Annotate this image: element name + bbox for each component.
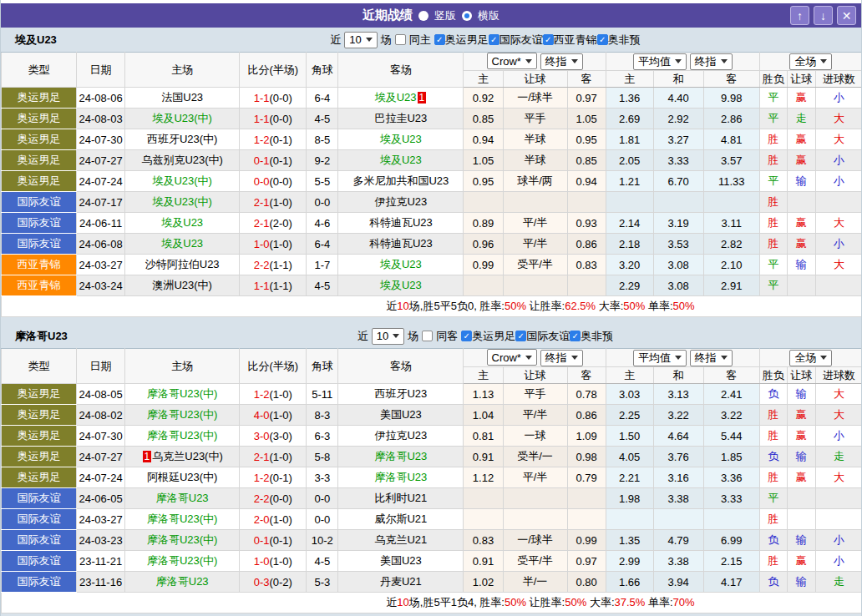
league-checkbox[interactable] xyxy=(597,34,608,45)
result-cell: 平 xyxy=(759,88,787,109)
table-row: 奥运男足24-08-06法国U231-1(0-0)6-4埃及U2310.92一/… xyxy=(2,88,862,109)
league-checkbox[interactable] xyxy=(461,331,472,341)
summary-line: 近10场,胜5平5负0, 胜率:50% 让胜率:62.5% 大率:50% 单率:… xyxy=(2,299,862,314)
asian-handicap-cell: 平/半 xyxy=(503,467,567,488)
scope-select[interactable]: 全场 xyxy=(789,350,832,366)
home-team-name: 法国U23 xyxy=(161,91,203,104)
odds-source-select[interactable]: Crow* xyxy=(487,349,537,366)
league-type-cell: 西亚青锦 xyxy=(2,255,77,275)
asian-away-odds-cell: 0.86 xyxy=(567,405,606,426)
section-gap xyxy=(1,317,861,324)
full-time-score: 1-2 xyxy=(254,134,270,146)
europe-home-odds-cell: 1.36 xyxy=(606,88,653,109)
asian-handicap-cell xyxy=(503,275,567,296)
summary-part: 场,胜5平5负0, 胜率: xyxy=(409,300,505,312)
full-time-score: 0-1 xyxy=(254,154,270,167)
away-team-cell: 多米尼加共和国U23 xyxy=(338,171,464,192)
home-team-cell: 埃及U23(中) xyxy=(125,109,240,129)
summary-part: 场,胜5平1负4, 胜率: xyxy=(409,596,505,608)
league-checkbox[interactable] xyxy=(570,331,581,341)
league-label: 国际友谊 xyxy=(499,33,543,48)
goals-result-cell xyxy=(815,488,862,509)
asian-home-odds-cell: 0.96 xyxy=(464,234,503,255)
goals-result-cell xyxy=(815,192,862,213)
result-cell: 负 xyxy=(759,530,787,551)
league-checkbox[interactable] xyxy=(515,331,526,341)
date-cell: 24-06-08 xyxy=(77,234,125,255)
close-button[interactable]: ✕ xyxy=(837,6,856,25)
corner-cell: 3-3 xyxy=(307,467,338,488)
same-venue-checkbox[interactable] xyxy=(422,331,433,341)
europe-source-select[interactable]: 平均值 xyxy=(633,53,687,70)
asian-home-odds-cell: 0.89 xyxy=(464,213,503,234)
col-header-score: 比分(半场) xyxy=(240,349,307,384)
europe-kind-select[interactable]: 终指 xyxy=(690,53,733,70)
same-venue-checkbox[interactable] xyxy=(395,34,406,45)
date-cell: 24-07-30 xyxy=(77,426,125,447)
handicap-result-cell: 走 xyxy=(787,109,815,129)
europe-draw-odds-cell: 3.53 xyxy=(653,234,703,255)
date-cell: 24-08-02 xyxy=(77,405,125,426)
subheader-handicap: 让球 xyxy=(503,367,567,384)
table-row: 国际友谊24-06-11埃及U232-1(2-0)4-6科特迪瓦U230.89平… xyxy=(2,213,862,234)
col-header-corner: 角球 xyxy=(307,349,338,384)
league-checkbox[interactable] xyxy=(489,34,499,45)
europe-away-odds-cell: 2.86 xyxy=(703,109,759,129)
match-count-select[interactable]: 10 xyxy=(344,32,377,48)
handicap-result-cell: 赢 xyxy=(787,129,815,150)
score-cell: 1-2(0-1) xyxy=(240,467,307,488)
europe-draw-odds-cell xyxy=(653,509,703,530)
odds-kind-select[interactable]: 终指 xyxy=(540,53,583,70)
asian-home-odds-cell: 0.94 xyxy=(464,129,503,150)
match-count-select[interactable]: 10 xyxy=(372,328,404,345)
full-time-score: 2-1 xyxy=(254,451,270,463)
result-cell: 负 xyxy=(759,384,787,405)
table-row: 奥运男足24-07-30摩洛哥U23(中)3-0(3-0)6-3伊拉克U230.… xyxy=(2,426,862,447)
summary-part: 大率: xyxy=(596,300,623,312)
home-team-cell: 法国U23 xyxy=(125,88,240,109)
odds-kind-select[interactable]: 终指 xyxy=(540,350,583,366)
scope-group: 全场 xyxy=(759,349,862,367)
results-table: 类型 日期 主场 比分(半场) 角球 客场 Crow* 终指 平均值 终指 xyxy=(1,348,862,613)
league-type-cell: 国际友谊 xyxy=(2,192,77,213)
team-name: 摩洛哥U23 xyxy=(15,329,68,344)
europe-draw-odds-cell: 3.16 xyxy=(653,467,703,488)
col-header-away: 客场 xyxy=(338,349,464,384)
away-team-name: 伊拉克U23 xyxy=(374,195,427,208)
radio-vertical-layout[interactable] xyxy=(418,11,428,21)
odds-source-select[interactable]: Crow* xyxy=(487,53,537,69)
league-type-cell: 国际友谊 xyxy=(2,530,77,551)
league-checkbox[interactable] xyxy=(543,34,554,45)
home-team-cell: 摩洛哥U23(中) xyxy=(125,426,240,447)
close-icon: ✕ xyxy=(842,10,852,22)
europe-away-odds-cell: 9.98 xyxy=(703,88,759,109)
full-time-score: 2-2 xyxy=(254,259,270,271)
table-row: 国际友谊24-03-27摩洛哥U23(中)2-0(1-0)0-0威尔斯U21胜 xyxy=(2,509,862,530)
table-row: 国际友谊24-07-17埃及U23(中)2-1(1-0)0-0伊拉克U23胜 xyxy=(2,192,862,213)
move-down-button[interactable]: ↓ xyxy=(814,6,833,25)
summary-part: 62.5% xyxy=(565,300,596,312)
home-team-name: 摩洛哥U23(中) xyxy=(147,408,218,421)
asian-away-odds-cell: 0.85 xyxy=(567,150,606,171)
europe-source-select[interactable]: 平均值 xyxy=(633,350,687,366)
home-team-name: 摩洛哥U23(中) xyxy=(147,512,218,525)
score-cell: 1-2(1-0) xyxy=(240,384,307,405)
asian-home-odds-cell: 1.12 xyxy=(464,467,503,488)
asian-home-odds-cell xyxy=(464,192,503,213)
corner-cell: 4-5 xyxy=(307,275,338,296)
move-up-button[interactable]: ↑ xyxy=(790,6,809,25)
league-filter: 奥非预 xyxy=(570,329,613,344)
league-checkbox[interactable] xyxy=(434,34,445,45)
scope-select[interactable]: 全场 xyxy=(789,53,832,70)
date-cell: 23-11-21 xyxy=(77,551,125,572)
radio-horizontal-layout[interactable] xyxy=(462,11,472,21)
handicap-result-cell: 赢 xyxy=(787,150,815,171)
home-team-name: 摩洛哥U23 xyxy=(156,492,209,504)
summary-part: 50% xyxy=(505,596,526,608)
asian-handicap-cell: 平手 xyxy=(503,384,567,405)
away-team-name: 乌克兰U21 xyxy=(374,533,427,546)
europe-kind-select[interactable]: 终指 xyxy=(690,350,733,366)
away-team-name: 比利时U21 xyxy=(374,492,427,504)
europe-home-odds-cell: 1.21 xyxy=(606,171,653,192)
date-cell: 24-03-27 xyxy=(77,509,125,530)
